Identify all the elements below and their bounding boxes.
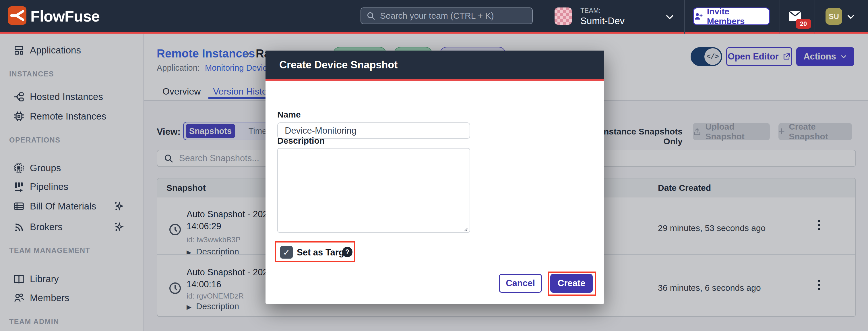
navbar-divider: [541, 0, 541, 34]
create-device-snapshot-modal: Create Device Snapshot Name Description …: [266, 51, 604, 304]
snapshot-description-textarea[interactable]: [277, 148, 470, 233]
add-user-icon: [694, 11, 704, 21]
description-label: Description: [277, 136, 324, 146]
navbar-divider: [684, 0, 685, 34]
invite-members-button[interactable]: Invite Members: [693, 7, 770, 25]
chevron-down-icon[interactable]: [846, 12, 856, 21]
chevron-down-icon[interactable]: [665, 12, 675, 22]
navbar-divider: [780, 0, 780, 34]
brand-name[interactable]: FlowFuse: [30, 6, 100, 26]
annotation-box-set-as-target: [275, 241, 355, 262]
search-icon: [366, 11, 375, 20]
cancel-button[interactable]: Cancel: [499, 274, 542, 293]
notification-count-badge: 20: [796, 19, 811, 29]
team-name[interactable]: Sumit-Dev: [580, 16, 625, 26]
name-label: Name: [277, 110, 301, 119]
team-label: TEAM:: [580, 7, 600, 15]
flowfuse-logo-icon[interactable]: [8, 6, 26, 25]
global-search-box: [361, 7, 533, 24]
invite-members-label: Invite Members: [707, 7, 769, 26]
navbar-accent-line: [0, 32, 868, 34]
global-search-input[interactable]: [379, 11, 527, 21]
annotation-box-create-button: [548, 272, 596, 296]
resize-handle-icon[interactable]: [462, 225, 468, 231]
team-avatar[interactable]: [555, 7, 572, 25]
modal-accent-line: [266, 79, 604, 81]
app-window: Remote Instances › Ra Application: Monit…: [0, 0, 868, 331]
modal-title: Create Device Snapshot: [279, 51, 398, 79]
navbar-divider: [815, 0, 815, 34]
user-avatar[interactable]: SU: [826, 8, 842, 25]
